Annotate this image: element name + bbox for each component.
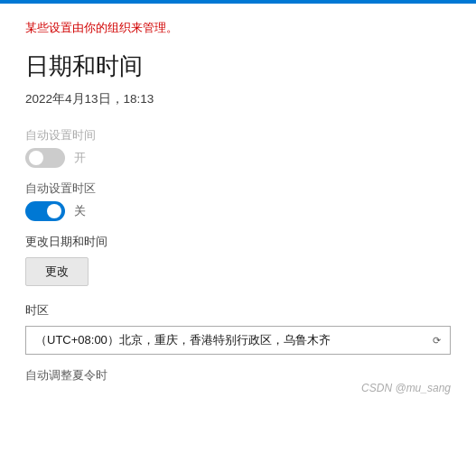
auto-timezone-toggle[interactable] bbox=[25, 201, 65, 221]
auto-time-toggle[interactable] bbox=[25, 148, 65, 168]
watermark-text: CSDN @mu_sang bbox=[361, 382, 451, 394]
auto-time-setting: 自动设置时间 开 bbox=[25, 127, 451, 168]
timezone-label: 时区 bbox=[25, 302, 451, 319]
auto-timezone-knob bbox=[47, 204, 61, 218]
change-datetime-label: 更改日期和时间 bbox=[25, 234, 451, 250]
timezone-chevron-icon: ⟳ bbox=[433, 335, 441, 347]
main-container: 某些设置由你的组织来管理。 日期和时间 2022年4月13日，18:13 自动设… bbox=[0, 4, 476, 402]
auto-time-knob bbox=[29, 151, 43, 165]
auto-timezone-label: 自动设置时区 bbox=[25, 180, 451, 197]
change-datetime-button[interactable]: 更改 bbox=[25, 257, 89, 286]
auto-timezone-state-label: 关 bbox=[74, 203, 86, 219]
auto-time-state-label: 开 bbox=[74, 150, 86, 166]
auto-timezone-setting: 自动设置时区 关 bbox=[25, 180, 451, 221]
auto-time-label: 自动设置时间 bbox=[25, 127, 451, 143]
auto-timezone-toggle-row: 关 bbox=[25, 201, 451, 221]
timezone-value: （UTC+08:00）北京，重庆，香港特别行政区，乌鲁木齐 bbox=[35, 332, 417, 348]
org-warning-text: 某些设置由你的组织来管理。 bbox=[25, 20, 451, 36]
timezone-select[interactable]: （UTC+08:00）北京，重庆，香港特别行政区，乌鲁木齐 ⟳ bbox=[25, 326, 451, 355]
auto-time-toggle-row: 开 bbox=[25, 148, 451, 168]
change-datetime-section: 更改日期和时间 更改 bbox=[25, 234, 451, 286]
timezone-section: 时区 （UTC+08:00）北京，重庆，香港特别行政区，乌鲁木齐 ⟳ bbox=[25, 302, 451, 355]
current-datetime: 2022年4月13日，18:13 bbox=[25, 91, 451, 107]
page-title: 日期和时间 bbox=[25, 51, 451, 82]
